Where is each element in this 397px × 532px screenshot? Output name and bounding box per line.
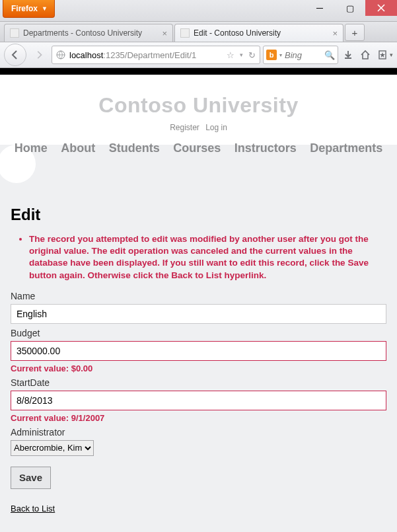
reload-icon[interactable]: ↻ bbox=[248, 50, 256, 60]
nav-courses[interactable]: Courses bbox=[173, 141, 221, 155]
browser-tab-1[interactable]: Edit - Contoso University × bbox=[174, 24, 343, 42]
nav-students[interactable]: Students bbox=[109, 141, 160, 155]
chevron-down-icon: ▼ bbox=[42, 5, 48, 12]
downloads-icon[interactable] bbox=[341, 50, 355, 60]
top-black-bar bbox=[0, 68, 397, 75]
browser-address-toolbar: localhost:1235/Department/Edit/1 ☆ ▾ ↻ b… bbox=[0, 42, 397, 68]
page-favicon-icon bbox=[180, 28, 190, 38]
bing-icon: b bbox=[266, 50, 277, 60]
tab-title: Departments - Contoso University bbox=[23, 28, 142, 38]
browser-titlebar: Firefox ▼ ─ ▢ bbox=[0, 0, 397, 22]
nav-home[interactable]: Home bbox=[15, 141, 48, 155]
bookmarks-icon[interactable] bbox=[375, 50, 390, 60]
tab-close-icon[interactable]: × bbox=[162, 28, 167, 38]
search-box[interactable]: b ▾ Bing 🔍 bbox=[263, 46, 338, 64]
validation-error: The record you attempted to edit was mod… bbox=[29, 233, 386, 282]
register-link[interactable]: Register bbox=[170, 123, 199, 132]
account-menu: Register Log in bbox=[0, 123, 397, 141]
administrator-select[interactable]: Abercrombie, Kim bbox=[11, 440, 94, 456]
site-brand[interactable]: Contoso University bbox=[0, 75, 397, 123]
firefox-menu-label: Firefox bbox=[11, 4, 38, 13]
search-placeholder: Bing bbox=[285, 50, 322, 60]
administrator-label: Administrator bbox=[11, 427, 386, 437]
bookmark-star-icon[interactable]: ☆ bbox=[227, 50, 235, 60]
search-go-icon[interactable]: 🔍 bbox=[324, 50, 335, 60]
nav-instructors[interactable]: Instructors bbox=[235, 141, 297, 155]
url-text: localhost:1235/Department/Edit/1 bbox=[69, 50, 223, 60]
address-bar[interactable]: localhost:1235/Department/Edit/1 ☆ ▾ ↻ bbox=[52, 46, 260, 64]
startdate-input[interactable] bbox=[11, 391, 386, 410]
name-input[interactable] bbox=[11, 304, 386, 324]
page-favicon-icon bbox=[10, 28, 19, 38]
nav-departments[interactable]: Departments bbox=[310, 141, 382, 155]
browser-tab-0[interactable]: Departments - Contoso University × bbox=[4, 24, 173, 42]
save-button[interactable]: Save bbox=[11, 467, 51, 489]
site-identity-icon bbox=[56, 50, 65, 59]
page-heading: Edit bbox=[11, 206, 386, 224]
search-engine-chevron-icon[interactable]: ▾ bbox=[279, 52, 282, 58]
tab-close-icon[interactable]: × bbox=[332, 28, 338, 38]
back-to-list-link[interactable]: Back to List bbox=[11, 504, 386, 513]
page-body: Contoso University Register Log in Home … bbox=[0, 68, 397, 532]
budget-label: Budget bbox=[11, 328, 386, 338]
budget-current-value: Current value: $0.00 bbox=[11, 363, 386, 373]
startdate-current-value: Current value: 9/1/2007 bbox=[11, 413, 386, 423]
nav-forward-button[interactable] bbox=[29, 45, 49, 65]
window-minimize-button[interactable]: ─ bbox=[305, 0, 335, 16]
validation-summary: The record you attempted to edit was mod… bbox=[11, 233, 386, 282]
window-maximize-button[interactable]: ▢ bbox=[335, 0, 365, 16]
new-tab-button[interactable]: + bbox=[345, 24, 365, 41]
browser-tabstrip: Departments - Contoso University × Edit … bbox=[0, 22, 397, 42]
login-link[interactable]: Log in bbox=[205, 123, 227, 132]
window-close-button[interactable] bbox=[365, 0, 397, 16]
budget-input[interactable] bbox=[11, 341, 386, 361]
bookmarks-chevron-icon[interactable]: ▾ bbox=[390, 52, 393, 58]
startdate-label: StartDate bbox=[11, 377, 386, 388]
name-label: Name bbox=[11, 291, 386, 301]
nav-about[interactable]: About bbox=[61, 141, 95, 155]
dropdown-chevron-icon[interactable]: ▾ bbox=[240, 52, 243, 58]
home-icon[interactable] bbox=[358, 50, 373, 60]
nav-back-button[interactable] bbox=[4, 44, 26, 66]
firefox-menu-button[interactable]: Firefox ▼ bbox=[3, 0, 55, 18]
tab-title: Edit - Contoso University bbox=[194, 28, 281, 38]
